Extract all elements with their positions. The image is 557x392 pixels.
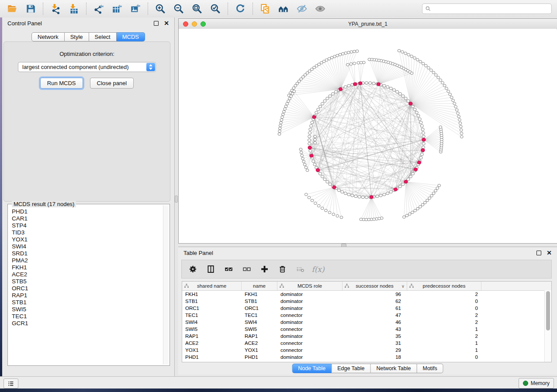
graph-node[interactable] (411, 105, 414, 108)
table-tab-edge-table[interactable]: Edge Table (332, 364, 370, 373)
graph-node[interactable] (321, 175, 324, 178)
column-header-name[interactable]: name (242, 282, 277, 290)
graph-node[interactable] (309, 149, 312, 152)
graph-hub-node[interactable] (312, 115, 316, 119)
first-neighbors-button[interactable] (277, 2, 291, 16)
graph-leaf-node[interactable] (447, 90, 450, 93)
graph-leaf-node[interactable] (457, 115, 460, 118)
graph-node[interactable] (323, 178, 326, 181)
graph-leaf-node[interactable] (408, 213, 411, 215)
network-canvas[interactable] (179, 29, 557, 243)
mcds-list-scrollbar[interactable] (163, 205, 169, 364)
graph-leaf-node[interactable] (455, 109, 458, 111)
graph-leaf-node[interactable] (441, 82, 444, 84)
graph-node[interactable] (404, 97, 407, 100)
graph-leaf-node[interactable] (282, 110, 285, 113)
graph-leaf-node[interactable] (422, 62, 425, 65)
column-header-predecessor-nodes[interactable]: predecessor nodes (407, 282, 481, 290)
graph-node[interactable] (308, 142, 311, 145)
graph-node[interactable] (347, 193, 350, 196)
graph-node[interactable] (365, 196, 368, 199)
graph-leaf-node[interactable] (314, 141, 317, 144)
graph-node[interactable] (358, 196, 361, 198)
graph-node[interactable] (323, 100, 326, 102)
float-panel-icon[interactable] (154, 21, 159, 26)
graph-leaf-node[interactable] (314, 202, 317, 205)
graph-leaf-node[interactable] (460, 135, 463, 138)
graph-hub-node[interactable] (370, 196, 373, 199)
graph-node[interactable] (407, 100, 410, 102)
graph-node[interactable] (379, 194, 382, 197)
gear-button[interactable] (187, 264, 198, 275)
criterion-select[interactable]: largest connected component (undirected) (18, 62, 156, 72)
graph-node[interactable] (329, 95, 332, 97)
graph-leaf-node[interactable] (353, 62, 356, 65)
graph-node[interactable] (347, 84, 350, 87)
graph-leaf-node[interactable] (350, 51, 353, 53)
graph-node[interactable] (415, 111, 418, 114)
export-network-button[interactable] (92, 2, 106, 16)
export-table-button[interactable] (110, 2, 124, 16)
graph-leaf-node[interactable] (284, 105, 287, 108)
open-button[interactable] (5, 2, 19, 16)
clone-network-button[interactable] (258, 2, 272, 16)
graph-leaf-node[interactable] (432, 71, 435, 74)
graph-node[interactable] (421, 128, 424, 131)
graph-node[interactable] (401, 183, 405, 186)
graph-leaf-node[interactable] (311, 199, 314, 202)
graph-leaf-node[interactable] (458, 119, 461, 121)
graph-leaf-node[interactable] (317, 204, 320, 207)
graph-leaf-node[interactable] (459, 122, 462, 124)
graph-leaf-node[interactable] (439, 79, 442, 82)
delete-button[interactable] (277, 264, 287, 275)
graph-leaf-node[interactable] (301, 154, 304, 157)
graph-leaf-node[interactable] (430, 194, 433, 197)
graph-leaf-node[interactable] (398, 49, 401, 52)
graph-node[interactable] (389, 87, 392, 89)
graph-leaf-node[interactable] (306, 169, 309, 172)
graph-leaf-node[interactable] (428, 197, 431, 199)
graph-leaf-node[interactable] (401, 51, 404, 53)
mcds-result-item[interactable]: CAR1 (12, 215, 170, 222)
column-header-successor-nodes[interactable]: successor nodes∨ (343, 282, 407, 290)
mcds-result-item[interactable]: STB5 (12, 278, 170, 285)
graph-leaf-node[interactable] (443, 84, 446, 87)
graph-node[interactable] (308, 131, 311, 134)
graph-leaf-node[interactable] (411, 211, 414, 213)
graph-hub-node[interactable] (421, 148, 425, 152)
graph-hub-node[interactable] (339, 87, 342, 91)
graph-leaf-node[interactable] (434, 189, 437, 192)
graph-hub-node[interactable] (414, 168, 417, 171)
graph-leaf-node[interactable] (423, 201, 426, 204)
table-row[interactable]: YOX1YOX1connector291 (182, 347, 551, 354)
graph-leaf-node[interactable] (304, 193, 308, 196)
mcds-result-item[interactable]: FKH1 (12, 264, 170, 271)
graph-leaf-node[interactable] (292, 87, 295, 89)
mcds-result-item[interactable]: SRD1 (12, 250, 170, 257)
graph-node[interactable] (313, 163, 316, 166)
graph-node[interactable] (312, 160, 315, 162)
graph-leaf-node[interactable] (424, 64, 427, 67)
graph-leaf-node[interactable] (287, 100, 290, 103)
graph-leaf-node[interactable] (284, 108, 287, 110)
graph-leaf-node[interactable] (445, 87, 448, 90)
graph-leaf-node[interactable] (407, 53, 410, 56)
graph-leaf-node[interactable] (303, 163, 306, 166)
sort-indicator-icon[interactable]: ∨ (401, 284, 405, 289)
graph-node[interactable] (334, 90, 337, 93)
graph-leaf-node[interactable] (321, 207, 324, 210)
graph-leaf-node[interactable] (278, 130, 281, 133)
graph-node[interactable] (419, 156, 422, 159)
graph-node[interactable] (420, 153, 423, 155)
graph-leaf-node[interactable] (460, 132, 463, 135)
graph-hub-node[interactable] (404, 180, 408, 183)
graph-leaf-node[interactable] (302, 160, 305, 163)
table-row[interactable]: SWI4SWI4dominator462 (182, 319, 551, 326)
graph-node[interactable] (398, 185, 401, 188)
memory-button[interactable]: Memory (519, 378, 554, 389)
graph-leaf-node[interactable] (314, 138, 317, 141)
graph-node[interactable] (331, 93, 334, 95)
graph-leaf-node[interactable] (278, 133, 281, 135)
table-row[interactable]: SWI5SWI5connector431 (182, 326, 551, 333)
graph-leaf-node[interactable] (280, 119, 283, 121)
